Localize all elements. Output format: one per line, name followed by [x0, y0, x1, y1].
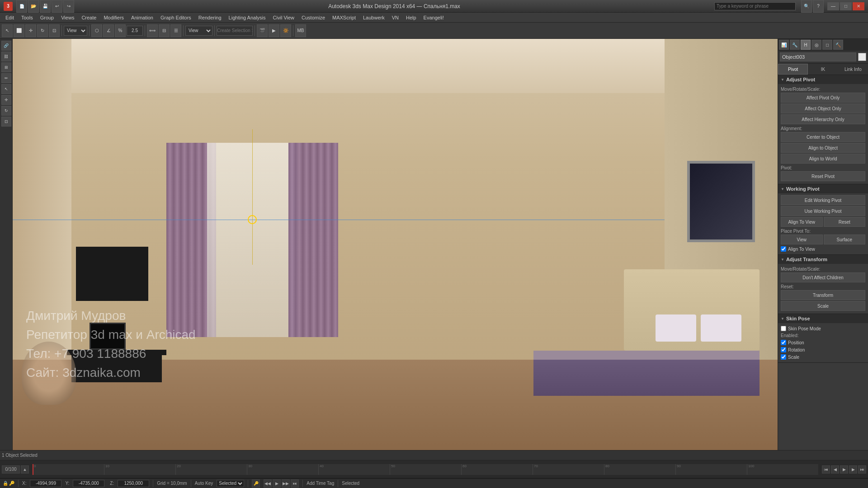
- align-to-view-btn[interactable]: Align To View: [781, 217, 823, 227]
- menu-laubwerk[interactable]: Laubwerk: [359, 13, 388, 23]
- hier-tab-pivot[interactable]: Pivot: [778, 64, 808, 75]
- select-region-btn[interactable]: ⬜: [14, 24, 24, 37]
- z-coord-input[interactable]: 1250,000: [118, 480, 149, 487]
- lt-unlink-btn[interactable]: ⛓: [1, 52, 11, 61]
- menu-tools[interactable]: Tools: [18, 13, 37, 23]
- y-coord-input[interactable]: -4735,000: [73, 480, 104, 487]
- render-btn[interactable]: ▶: [269, 24, 279, 37]
- rotation-checkbox[interactable]: [781, 347, 786, 352]
- viewport[interactable]: Дмитрий Мудров Репетитор 3d max и Archic…: [13, 39, 778, 450]
- lt-move-btn[interactable]: ✛: [1, 95, 11, 105]
- align-to-object-btn[interactable]: Align to Object: [781, 143, 865, 153]
- menu-help[interactable]: Help: [402, 13, 420, 23]
- panel-tab-modify[interactable]: 🔧: [790, 40, 800, 50]
- close-btn[interactable]: ✕: [853, 2, 864, 10]
- hier-tab-link[interactable]: Link Info: [838, 64, 868, 75]
- skin-pose-header[interactable]: ▼ Skin Pose: [778, 314, 868, 323]
- snap-toggle-btn[interactable]: ⬡: [91, 24, 102, 37]
- go-start-btn[interactable]: ⏮: [822, 465, 830, 474]
- working-pivot-header[interactable]: ▼ Working Pivot: [778, 184, 868, 193]
- key-last-btn[interactable]: ⏭: [291, 479, 299, 488]
- affect-hierarchy-only-btn[interactable]: Affect Hierarchy Only: [781, 114, 865, 124]
- reset-pivot-btn[interactable]: Reset Pivot: [781, 171, 865, 181]
- hier-tab-ik[interactable]: IK: [808, 64, 838, 75]
- key-next-btn[interactable]: ▶▶: [282, 479, 290, 488]
- menu-create[interactable]: Create: [78, 13, 100, 23]
- object-color-swatch[interactable]: [858, 53, 866, 61]
- save-btn[interactable]: 💾: [40, 0, 51, 13]
- align-to-world-btn[interactable]: Align to World: [781, 154, 865, 164]
- select-tool-btn[interactable]: ↖: [2, 24, 13, 37]
- lt-link-btn[interactable]: 🔗: [1, 41, 11, 51]
- minimize-btn[interactable]: —: [827, 2, 839, 10]
- prev-frame-btn[interactable]: ◀: [831, 465, 839, 474]
- search-input[interactable]: [714, 2, 796, 10]
- menu-group[interactable]: Group: [37, 13, 58, 23]
- percent-snap-btn[interactable]: %: [115, 24, 126, 37]
- maximize-btn[interactable]: □: [840, 2, 852, 10]
- scale-tool-btn[interactable]: ⊡: [49, 24, 60, 37]
- menu-views[interactable]: Views: [57, 13, 78, 23]
- move-tool-btn[interactable]: ✛: [25, 24, 36, 37]
- timeline-expand-btn[interactable]: ▲: [21, 465, 29, 474]
- panel-tab-motion[interactable]: ◎: [811, 40, 821, 50]
- search-icon[interactable]: 🔍: [801, 0, 812, 13]
- dont-affect-children-btn[interactable]: Don't Affect Children: [781, 272, 865, 282]
- lt-scale-btn[interactable]: ⊡: [1, 117, 11, 127]
- mb-btn[interactable]: MB: [295, 24, 306, 37]
- position-checkbox[interactable]: [781, 340, 786, 345]
- menu-vn[interactable]: VN: [388, 13, 402, 23]
- scale-reset-btn[interactable]: Scale: [781, 301, 865, 311]
- menu-edit[interactable]: Edit: [2, 13, 18, 23]
- undo-btn[interactable]: ↩: [52, 0, 62, 13]
- go-end-btn[interactable]: ⏭: [858, 465, 866, 474]
- view-select[interactable]: View: [185, 26, 212, 36]
- menu-animation[interactable]: Animation: [127, 13, 157, 23]
- rotate-tool-btn[interactable]: ↻: [37, 24, 48, 37]
- affect-pivot-only-btn[interactable]: Affect Pivot Only: [781, 93, 865, 103]
- lt-bind-btn[interactable]: ⊞: [1, 62, 11, 72]
- activeshade-btn[interactable]: 🔆: [280, 24, 291, 37]
- center-to-object-btn[interactable]: Center to Object: [781, 132, 865, 142]
- menu-graph-editors[interactable]: Graph Editors: [157, 13, 195, 23]
- angle-snap-btn[interactable]: ∠: [103, 24, 114, 37]
- key-prev-btn[interactable]: ◀◀: [264, 479, 272, 488]
- panel-tab-hierarchy[interactable]: H: [801, 40, 811, 50]
- layer-mgr-btn[interactable]: ☰: [170, 24, 181, 37]
- render-setup-btn[interactable]: 🎬: [257, 24, 268, 37]
- next-frame-btn[interactable]: ▶: [849, 465, 857, 474]
- timeline-playhead[interactable]: [33, 464, 33, 475]
- affect-object-only-btn[interactable]: Affect Object Only: [781, 103, 865, 113]
- auto-key-select[interactable]: SelectedAll: [217, 480, 244, 487]
- menu-customize[interactable]: Customize: [298, 13, 329, 23]
- lt-object-paint-btn[interactable]: ✏: [1, 73, 11, 83]
- menu-civil[interactable]: Civil View: [269, 13, 298, 23]
- align-to-view-checkbox[interactable]: [781, 246, 786, 252]
- selection-set-input[interactable]: Create Selection Set: [217, 26, 253, 36]
- open-file-btn[interactable]: 📂: [28, 0, 39, 13]
- align-btn[interactable]: ⊟: [159, 24, 170, 37]
- menu-modifiers[interactable]: Modifiers: [100, 13, 127, 23]
- scale-checkbox[interactable]: [781, 354, 786, 360]
- reference-coord-select[interactable]: ViewWorldLocal: [64, 26, 87, 36]
- menu-evangeli[interactable]: Evangeli!: [420, 13, 448, 23]
- panel-tab-utilities[interactable]: 🔨: [833, 40, 843, 50]
- transform-reset-btn[interactable]: Transform: [781, 290, 865, 300]
- menu-rendering[interactable]: Rendering: [195, 13, 225, 23]
- panel-tab-display2[interactable]: □: [822, 40, 832, 50]
- adjust-transform-header[interactable]: ▼ Adjust Transform: [778, 255, 868, 264]
- skin-pose-mode-checkbox[interactable]: [781, 326, 786, 331]
- lt-select-btn[interactable]: ↖: [1, 84, 11, 94]
- menu-lighting[interactable]: Lighting Analysis: [225, 13, 269, 23]
- view-pivot-btn[interactable]: View: [781, 235, 823, 244]
- timeline-track[interactable]: 0 10 20 30 40 50 60 70 80 90 100: [33, 464, 818, 475]
- surface-pivot-btn[interactable]: Surface: [824, 235, 866, 244]
- redo-btn[interactable]: ↪: [63, 0, 74, 13]
- adjust-pivot-header[interactable]: ▼ Adjust Pivot: [778, 75, 868, 84]
- lt-rotate-btn[interactable]: ↻: [1, 106, 11, 116]
- reset-working-pivot-btn[interactable]: Reset: [824, 217, 866, 227]
- play-btn[interactable]: ▶: [840, 465, 848, 474]
- help-btn[interactable]: ?: [813, 0, 824, 13]
- key-play-btn[interactable]: ▶: [273, 479, 281, 488]
- set-key-btn[interactable]: 🔑: [252, 479, 260, 488]
